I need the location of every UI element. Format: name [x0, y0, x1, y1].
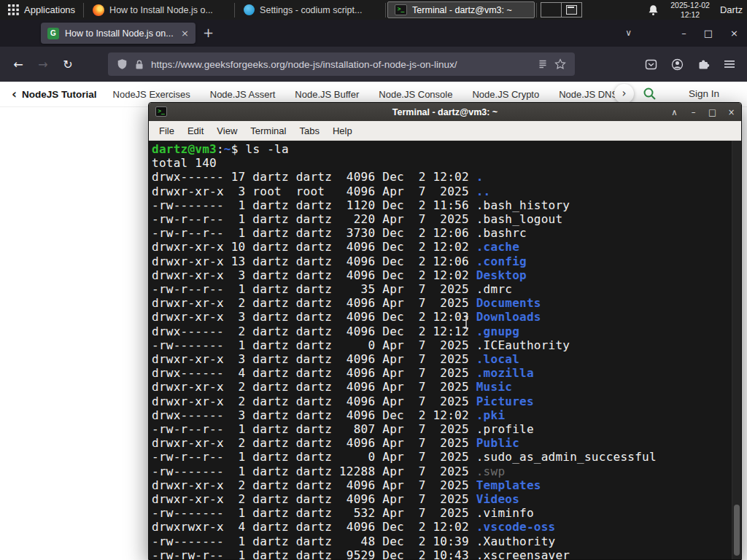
terminal-app-icon: >_	[155, 106, 167, 117]
tab-close-icon[interactable]: ×	[179, 28, 189, 39]
site-nav-link[interactable]: Node.JS Crypto	[472, 89, 539, 100]
terminal-menu-help[interactable]: Help	[326, 125, 359, 136]
taskbar-button-label: Terminal - dartz@vm3: ~	[412, 5, 527, 15]
site-nav-link[interactable]: Node.JS DNS	[559, 89, 616, 100]
site-nav-link[interactable]: Node.JS Assert	[210, 89, 276, 100]
terminal-maximize-button[interactable]: □	[708, 107, 717, 117]
terminal-line: drwx------ 17 dartz dartz 4096 Dec 2 12:…	[152, 170, 741, 184]
terminal-icon: >_	[395, 4, 407, 15]
terminal-titlebar[interactable]: >_ Terminal - dartz@vm3: ~ ∧ – □ ×	[149, 103, 741, 121]
codium-icon	[244, 4, 255, 15]
site-nav-back-chevron-icon[interactable]: ‹	[12, 87, 17, 101]
url-text[interactable]: https://www.geeksforgeeks.org/node-js/in…	[151, 59, 531, 70]
site-nav-link[interactable]: Node.JS Console	[379, 89, 452, 100]
terminal-line: -rw-r--r-- 1 dartz dartz 35 Apr 7 2025 .…	[152, 282, 741, 296]
site-search-icon[interactable]	[643, 87, 657, 101]
applications-grid-icon	[8, 4, 19, 15]
menu-hamburger-icon[interactable]	[724, 59, 735, 69]
terminal-scrollbar[interactable]	[732, 141, 741, 559]
terminal-line: drwxr-xr-x 2 dartz dartz 4096 Apr 7 2025…	[152, 394, 741, 408]
site-nav-forward-button[interactable]: ›	[614, 84, 634, 104]
notifications-bell-icon[interactable]	[648, 4, 659, 16]
browser-window-controls: – □ ×	[681, 20, 738, 47]
reload-button[interactable]: ↻	[55, 58, 80, 71]
terminal-line: drwx------ 4 dartz dartz 4096 Apr 7 2025…	[152, 366, 741, 380]
applications-label: Applications	[24, 4, 75, 15]
workspace-2[interactable]	[561, 3, 581, 17]
site-nav-link[interactable]: NodeJS Exercises	[113, 89, 190, 100]
clock-time: 12:12	[670, 10, 710, 20]
terminal-line: -rw-r--r-- 1 dartz dartz 807 Apr 7 2025 …	[152, 422, 741, 436]
tab-title: How to Install Node.js on...	[65, 28, 174, 39]
terminal-output-area[interactable]: dartz@vm3:~$ ls -latotal 140drwx------ 1…	[149, 141, 741, 559]
workspace-switcher[interactable]	[541, 2, 582, 18]
pocket-save-icon[interactable]	[645, 58, 657, 71]
firefox-icon	[93, 4, 104, 16]
back-button[interactable]: ←	[6, 58, 31, 71]
site-nav-primary-link[interactable]: NodeJS Tutorial	[22, 89, 97, 100]
browser-close-button[interactable]: ×	[730, 28, 738, 39]
account-icon[interactable]	[671, 58, 684, 71]
terminal-menu-tabs[interactable]: Tabs	[293, 125, 325, 136]
panel-clock[interactable]: 2025-12-02 12:12	[670, 1, 710, 19]
terminal-title: Terminal - dartz@vm3: ~	[149, 107, 741, 117]
terminal-line: drwxr-xr-x 13 dartz dartz 4096 Dec 2 12:…	[152, 254, 741, 268]
panel-separator	[234, 3, 235, 18]
panel-separator	[385, 3, 386, 18]
terminal-line: drwxr-xr-x 3 dartz dartz 4096 Apr 7 2025…	[152, 352, 741, 366]
terminal-line: drwxr-xr-x 2 dartz dartz 4096 Apr 7 2025…	[152, 436, 741, 450]
toolbar-right-icons	[645, 58, 741, 71]
terminal-line: -rw-rw-r-- 1 dartz dartz 9529 Dec 2 10:4…	[152, 548, 741, 559]
terminal-line: -rw-r--r-- 1 dartz dartz 220 Apr 7 2025 …	[152, 212, 741, 226]
tracking-protection-shield-icon[interactable]	[117, 58, 128, 70]
terminal-line: total 140	[152, 156, 741, 170]
workspace-1[interactable]	[541, 3, 561, 17]
browser-minimize-button[interactable]: –	[681, 28, 686, 39]
terminal-line: -rw-r--r-- 1 dartz dartz 3730 Dec 2 12:0…	[152, 226, 741, 240]
taskbar-button-label: How to Install Node.js o...	[109, 5, 225, 15]
terminal-menu-file[interactable]: File	[152, 125, 181, 136]
terminal-line: drwxr-xr-x 3 root root 4096 Apr 7 2025 .…	[152, 184, 741, 198]
terminal-minimize-button[interactable]: –	[689, 107, 698, 117]
terminal-shade-button[interactable]: ∧	[670, 107, 679, 117]
forward-button[interactable]: →	[31, 58, 55, 71]
terminal-menu-terminal[interactable]: Terminal	[244, 125, 293, 136]
terminal-line: -rw-r--r-- 1 dartz dartz 0 Apr 7 2025 .s…	[152, 450, 741, 464]
terminal-line: drwxr-xr-x 3 dartz dartz 4096 Dec 2 12:0…	[152, 310, 741, 324]
terminal-menu-view[interactable]: View	[210, 125, 244, 136]
window-task-list: How to Install Node.js o...Settings - co…	[84, 0, 537, 20]
taskbar-button-firefox[interactable]: How to Install Node.js o...	[85, 1, 233, 18]
terminal-window: >_ Terminal - dartz@vm3: ~ ∧ – □ × FileE…	[148, 102, 742, 560]
site-favicon: G	[47, 28, 59, 39]
browser-maximize-button[interactable]: □	[704, 28, 713, 39]
lock-icon[interactable]	[134, 59, 144, 70]
terminal-window-controls: ∧ – □ ×	[670, 103, 736, 121]
browser-navigation-toolbar: ← → ↻ https://www.geeksforgeeks.org/node…	[0, 47, 747, 82]
site-nav-links: NodeJS ExercisesNode.JS AssertNode.JS Bu…	[113, 89, 616, 100]
terminal-line: -rw------- 1 dartz dartz 1120 Dec 2 11:5…	[152, 198, 741, 212]
terminal-close-button[interactable]: ×	[727, 107, 736, 117]
taskbar-button-codium[interactable]: Settings - codium script...	[236, 1, 384, 18]
panel-username: Dartz	[720, 4, 743, 15]
taskbar-button-terminal[interactable]: >_Terminal - dartz@vm3: ~	[387, 1, 535, 18]
url-bar[interactable]: https://www.geeksforgeeks.org/node-js/in…	[108, 52, 575, 76]
applications-menu-button[interactable]: Applications	[0, 0, 83, 20]
terminal-menu-edit[interactable]: Edit	[181, 125, 210, 136]
reader-view-icon[interactable]	[538, 59, 548, 69]
mouse-cursor-ibeam	[462, 316, 470, 329]
panel-separator	[536, 3, 537, 18]
terminal-line: -rw------- 1 dartz dartz 0 Apr 7 2025 .I…	[152, 338, 741, 352]
terminal-line: -rw------- 1 dartz dartz 12288 Apr 7 202…	[152, 464, 741, 478]
terminal-line: drwx------ 3 dartz dartz 4096 Dec 2 12:0…	[152, 408, 741, 422]
terminal-line: -rw------- 1 dartz dartz 48 Dec 2 10:39 …	[152, 534, 741, 548]
terminal-output: dartz@vm3:~$ ls -latotal 140drwx------ 1…	[152, 142, 741, 559]
extensions-puzzle-icon[interactable]	[697, 58, 710, 71]
tab-list-chevron-icon[interactable]: ∨	[625, 20, 632, 47]
terminal-scrollbar-thumb[interactable]	[734, 505, 740, 556]
site-nav-link[interactable]: Node.JS Buffer	[295, 89, 359, 100]
bookmark-star-icon[interactable]	[554, 58, 566, 70]
new-tab-button[interactable]: +	[203, 20, 214, 47]
terminal-line: dartz@vm3:~$ ls -la	[152, 142, 741, 156]
browser-tab[interactable]: G How to Install Node.js on... ×	[41, 23, 196, 44]
browser-tab-bar: G How to Install Node.js on... × + ∨ – □…	[0, 20, 747, 47]
